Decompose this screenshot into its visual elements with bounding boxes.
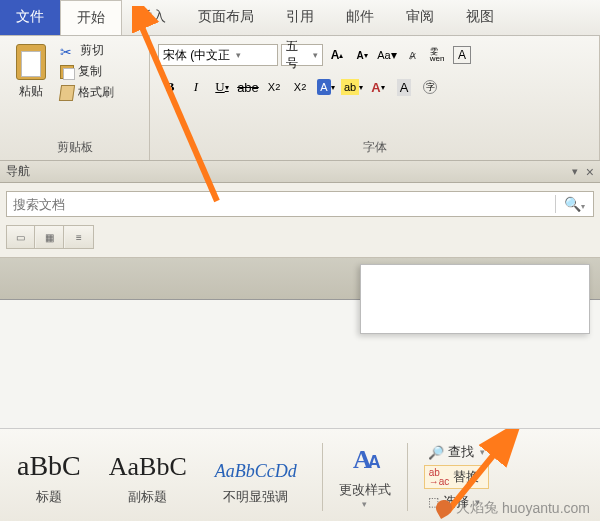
strikethrough-button[interactable]: abe <box>236 76 260 98</box>
search-input[interactable] <box>7 197 555 212</box>
clipboard-icon <box>16 44 46 80</box>
navigation-pane-header: 导航 ▾ × <box>0 161 600 183</box>
ribbon-tabs: 文件 开始 插入 页面布局 引用 邮件 审阅 视图 <box>0 0 600 36</box>
tab-layout[interactable]: 页面布局 <box>182 0 270 35</box>
highlight-button[interactable]: ab▾ <box>340 76 364 98</box>
nav-view-results[interactable]: ≡ <box>65 226 93 248</box>
chevron-down-icon: ▾ <box>313 50 318 60</box>
replace-button[interactable]: ab→ac 替换 <box>424 465 489 489</box>
scissors-icon: ✂ <box>60 44 76 58</box>
phonetic-guide-button[interactable]: 雯wen <box>426 44 448 66</box>
change-styles-label: 更改样式 <box>339 481 391 499</box>
group-clipboard: 粘贴 ✂ 剪切 复制 格式刷 剪贴板 <box>0 36 150 160</box>
character-shading-button[interactable]: A <box>392 76 416 98</box>
binoculars-icon: 🔎 <box>428 445 444 460</box>
grow-font-button[interactable]: A▴ <box>326 44 348 66</box>
character-border-button[interactable]: A <box>451 44 473 66</box>
chevron-down-icon: ▾ <box>480 447 485 457</box>
find-button[interactable]: 🔎 查找 ▾ <box>424 441 489 463</box>
cut-button[interactable]: ✂ 剪切 <box>60 42 114 59</box>
enclose-characters-button[interactable]: 字 <box>418 76 442 98</box>
nav-view-pages[interactable]: ▦ <box>36 226 64 248</box>
font-size-combo[interactable]: 五号 ▾ <box>281 44 323 66</box>
close-icon[interactable]: × <box>586 164 594 180</box>
format-painter-button[interactable]: 格式刷 <box>60 84 114 101</box>
paste-label: 粘贴 <box>19 83 43 100</box>
brush-icon <box>59 85 75 101</box>
clear-formatting-button[interactable]: A̷ <box>401 44 423 66</box>
copy-label: 复制 <box>78 63 102 80</box>
superscript-button[interactable]: X2 <box>288 76 312 98</box>
format-painter-label: 格式刷 <box>78 84 114 101</box>
font-name-value: 宋体 (中文正 <box>163 47 230 64</box>
search-box[interactable]: 🔍▾ <box>6 191 594 217</box>
replace-icon: ab→ac <box>429 468 450 486</box>
italic-button[interactable]: I <box>184 76 208 98</box>
tab-references[interactable]: 引用 <box>270 0 330 35</box>
tab-insert[interactable]: 插入 <box>122 0 182 35</box>
tab-file[interactable]: 文件 <box>0 0 60 35</box>
style-subtitle[interactable]: AaBbC 副标题 <box>100 441 196 511</box>
tab-mail[interactable]: 邮件 <box>330 0 390 35</box>
copy-icon <box>60 65 74 79</box>
flame-icon <box>433 497 455 519</box>
change-case-button[interactable]: Aa▾ <box>376 44 398 66</box>
subscript-button[interactable]: X2 <box>262 76 286 98</box>
style-label: 标题 <box>36 488 62 506</box>
copy-button[interactable]: 复制 <box>60 63 114 80</box>
style-preview: AaBbCcDd <box>215 446 297 482</box>
group-font: 宋体 (中文正 ▾ 五号 ▾ A▴ A▾ Aa▾ A̷ 雯wen A B I U… <box>150 36 600 160</box>
shrink-font-button[interactable]: A▾ <box>351 44 373 66</box>
navigation-title: 导航 <box>6 163 570 180</box>
text-effects-button[interactable]: A▾ <box>314 76 338 98</box>
find-label: 查找 <box>448 443 474 461</box>
styles-gallery: aBbC 标题 AaBbC 副标题 AaBbCcDd 不明显强调 <box>0 441 314 511</box>
tab-view[interactable]: 视图 <box>450 0 510 35</box>
font-color-button[interactable]: A▾ <box>366 76 390 98</box>
watermark-url: huoyantu.com <box>502 500 590 516</box>
chevron-down-icon[interactable]: ▾ <box>572 165 578 178</box>
chevron-down-icon: ▾ <box>236 50 241 60</box>
nav-view-headings[interactable]: ▭ <box>7 226 35 248</box>
style-heading[interactable]: aBbC 标题 <box>8 441 90 511</box>
clipboard-group-label: 剪贴板 <box>8 137 141 160</box>
style-preview: aBbC <box>17 446 81 482</box>
change-styles-button[interactable]: AA 更改样式 ▾ <box>331 441 399 513</box>
font-name-combo[interactable]: 宋体 (中文正 ▾ <box>158 44 278 66</box>
style-label: 副标题 <box>128 488 167 506</box>
tab-home[interactable]: 开始 <box>60 0 122 35</box>
style-label: 不明显强调 <box>223 488 288 506</box>
underline-button[interactable]: U▾ <box>210 76 234 98</box>
divider <box>407 443 408 511</box>
cut-label: 剪切 <box>80 42 104 59</box>
change-styles-icon: AA <box>353 445 377 475</box>
style-subtle-emphasis[interactable]: AaBbCcDd 不明显强调 <box>206 441 306 511</box>
document-area <box>0 258 600 300</box>
watermark: 火焰兔 huoyantu.com <box>436 499 590 517</box>
nav-view-switcher: ▭ ▦ ≡ <box>6 225 94 249</box>
bold-button[interactable]: B <box>158 76 182 98</box>
font-size-value: 五号 <box>286 38 307 72</box>
divider <box>322 443 323 511</box>
navigation-pane-body: 🔍▾ ▭ ▦ ≡ <box>0 183 600 258</box>
paste-button[interactable]: 粘贴 <box>8 40 54 104</box>
document-page[interactable] <box>360 264 590 334</box>
tab-review[interactable]: 审阅 <box>390 0 450 35</box>
style-preview: AaBbC <box>109 446 187 482</box>
watermark-brand: 火焰兔 <box>456 499 498 517</box>
font-group-label: 字体 <box>158 137 591 160</box>
replace-label: 替换 <box>453 468 479 486</box>
search-icon[interactable]: 🔍▾ <box>556 196 593 212</box>
ribbon-body: 粘贴 ✂ 剪切 复制 格式刷 剪贴板 宋体 (中文正 <box>0 36 600 161</box>
